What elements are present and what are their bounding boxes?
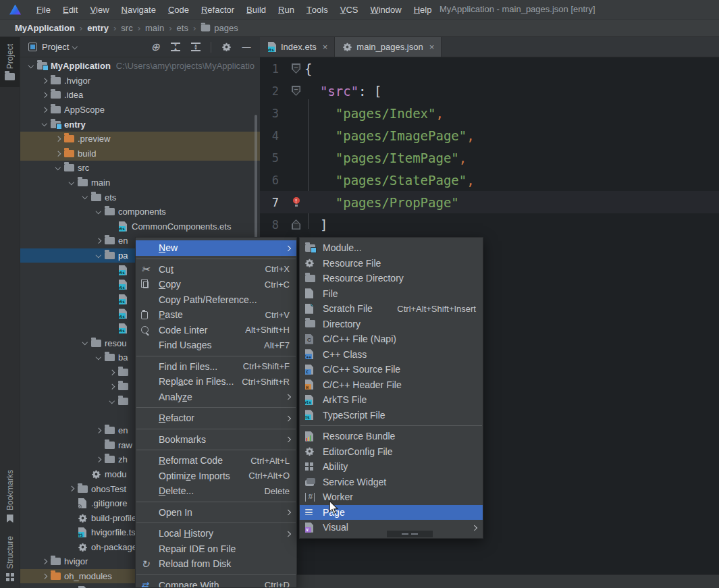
menu-item-repair-ide-on-file[interactable]: Repair IDE on File	[136, 541, 296, 557]
chevron-right-icon[interactable]	[39, 103, 50, 117]
tree-row-preview[interactable]: .preview	[20, 132, 260, 146]
fold-marker-icon[interactable]: –	[292, 86, 300, 96]
menu-item-open-in[interactable]: Open In	[136, 505, 296, 520]
chevron-down-icon[interactable]	[69, 37, 80, 57]
menu-item-arkts-file[interactable]: etsArkTS File	[300, 392, 483, 408]
chevron-down-icon[interactable]	[93, 205, 104, 219]
menu-item-c-c-file-napi[interactable]: CC/C++ File (Napi)	[300, 331, 483, 347]
menubar-item-help[interactable]: Help	[408, 0, 438, 19]
menu-item-module[interactable]: Module...	[300, 240, 483, 256]
editor-tab-main-pages-json[interactable]: main_pages.json×	[335, 37, 442, 57]
menubar-item-code[interactable]: Code	[162, 0, 195, 19]
menu-item-scratch-file[interactable]: Scratch FileCtrl+Alt+Shift+Insert	[300, 301, 483, 317]
chevron-down-icon[interactable]	[53, 161, 63, 176]
chevron-down-icon[interactable]	[93, 350, 104, 365]
tool-window-button-bookmarks[interactable]: Bookmarks	[0, 463, 20, 529]
tool-window-button-structure[interactable]: Structure	[0, 529, 20, 588]
tree-row-commoncomponents-ets[interactable]: etsCommonComponents.ets	[20, 219, 260, 234]
breadcrumb-item-ets[interactable]: ets	[177, 23, 188, 33]
menu-item-analyze[interactable]: Analyze	[136, 390, 296, 405]
menu-item-resource-file[interactable]: Resource File	[300, 256, 483, 271]
chevron-right-icon[interactable]	[53, 146, 63, 161]
tree-row-entry[interactable]: entry	[20, 117, 260, 132]
chevron-right-icon[interactable]	[39, 74, 50, 88]
menu-item-editorconfig-file[interactable]: EditorConfig File	[300, 444, 483, 460]
menu-item-file[interactable]: File	[300, 286, 483, 302]
menu-item-new[interactable]: New	[136, 240, 296, 256]
menu-item-delete[interactable]: Delete...Delete	[136, 483, 296, 499]
menubar-item-build[interactable]: Build	[240, 0, 272, 19]
menu-item-cut[interactable]: ✂CutCtrl+X	[136, 262, 296, 277]
menu-item-refactor[interactable]: Refactor	[136, 410, 296, 426]
menu-item-service-widget[interactable]: Service Widget	[300, 475, 483, 490]
editor-tab-index-ets[interactable]: etsIndex.ets×	[260, 37, 335, 57]
menu-item-resource-bundle[interactable]: Resource Bundle	[300, 429, 483, 444]
chevron-down-icon[interactable]	[93, 248, 104, 263]
menu-item-local-history[interactable]: Local History	[136, 526, 296, 541]
fold-marker-icon[interactable]: –	[292, 63, 300, 74]
menu-item-bookmarks[interactable]: Bookmarks	[136, 432, 296, 448]
tree-row-appscope[interactable]: AppScope	[20, 103, 260, 117]
tree-row-idea[interactable]: .idea	[20, 88, 260, 103]
menu-item-find-usages[interactable]: Find UsagesAlt+F7	[136, 338, 296, 353]
menubar-item-refactor[interactable]: Refactor	[195, 0, 240, 19]
breadcrumb-item-src[interactable]: src	[121, 23, 132, 33]
tree-row-components[interactable]: components	[20, 205, 260, 219]
menu-item-compare-with[interactable]: ⇄Compare With...Ctrl+D	[136, 578, 296, 588]
menu-item-copy-path-reference[interactable]: Copy Path/Reference...	[136, 292, 296, 308]
breadcrumb-item-myapplication[interactable]: MyApplication	[15, 23, 75, 33]
menu-item-page[interactable]: Page	[300, 505, 483, 520]
close-icon[interactable]: ×	[429, 42, 435, 52]
close-icon[interactable]: ×	[323, 42, 328, 52]
chevron-right-icon[interactable]	[93, 452, 104, 467]
menu-item-optimize-imports[interactable]: Optimize ImportsCtrl+Alt+O	[136, 469, 296, 484]
menubar-item-file[interactable]: File	[30, 0, 57, 19]
menu-item-paste[interactable]: PasteCtrl+V	[136, 307, 296, 323]
hide-panel-icon[interactable]: —	[241, 42, 252, 53]
menu-item-c-class[interactable]: C++C++ Class	[300, 347, 483, 363]
menu-item-reload-from-disk[interactable]: ↻Reload from Disk	[136, 556, 296, 572]
collapse-all-icon[interactable]: ▲▼	[190, 42, 201, 53]
menubar-item-edit[interactable]: Edit	[57, 0, 84, 19]
menu-item-c-c-source-file[interactable]: CC/C++ Source File	[300, 362, 483, 377]
chevron-right-icon[interactable]	[93, 423, 104, 438]
tree-row-build[interactable]: build	[20, 146, 260, 161]
chevron-right-icon[interactable]	[107, 365, 117, 379]
tree-row-src[interactable]: src	[20, 161, 260, 176]
breadcrumb-item-pages[interactable]: pages	[201, 23, 238, 33]
expand-all-icon[interactable]: ▼▲	[170, 42, 181, 53]
locate-icon[interactable]: ⊕	[150, 42, 161, 53]
chevron-right-icon[interactable]	[66, 481, 77, 496]
error-lightbulb-icon[interactable]: !	[292, 197, 300, 207]
menubar-item-vcs[interactable]: VCS	[334, 0, 365, 19]
menu-item-worker[interactable]: ⇅Worker	[300, 489, 483, 505]
menu-item-copy[interactable]: CopyCtrl+C	[136, 277, 296, 292]
tree-row-myapplication[interactable]: MyApplicationC:\Users\amy\projects\MyApp…	[20, 59, 260, 74]
tree-row-ets[interactable]: ets	[20, 190, 260, 205]
menu-item-typescript-file[interactable]: TSTypeScript File	[300, 408, 483, 423]
settings-gear-icon[interactable]	[221, 42, 232, 53]
menu-item-c-c-header-file[interactable]: HC/C++ Header File	[300, 377, 483, 393]
chevron-right-icon[interactable]	[93, 234, 104, 248]
project-panel-title[interactable]: Project	[42, 42, 69, 52]
menubar-item-tools[interactable]: Tools	[300, 0, 334, 19]
chevron-down-icon[interactable]	[107, 394, 117, 409]
chevron-down-icon[interactable]	[80, 336, 90, 350]
menubar-item-window[interactable]: Window	[364, 0, 407, 19]
chevron-right-icon[interactable]	[39, 569, 50, 584]
chevron-down-icon[interactable]	[26, 59, 36, 74]
menu-item-ability[interactable]: Ability	[300, 459, 483, 475]
breadcrumb-item-main[interactable]: main	[145, 23, 164, 33]
tree-row-hvigor[interactable]: .hvigor	[20, 74, 260, 88]
chevron-down-icon[interactable]	[80, 190, 90, 205]
menubar-item-run[interactable]: Run	[272, 0, 300, 19]
menu-item-find-in-files[interactable]: Find in Files...Ctrl+Shift+F	[136, 359, 296, 375]
menu-item-reformat-code[interactable]: Reformat CodeCtrl+Alt+L	[136, 453, 296, 469]
menubar-item-navigate[interactable]: Navigate	[115, 0, 162, 19]
menu-item-directory[interactable]: Directory	[300, 317, 483, 332]
menubar-item-view[interactable]: View	[84, 0, 115, 19]
chevron-right-icon[interactable]	[53, 132, 63, 146]
tree-row-main[interactable]: main	[20, 176, 260, 190]
chevron-right-icon[interactable]	[39, 88, 50, 103]
menu-item-resource-directory[interactable]: Resource Directory	[300, 271, 483, 286]
